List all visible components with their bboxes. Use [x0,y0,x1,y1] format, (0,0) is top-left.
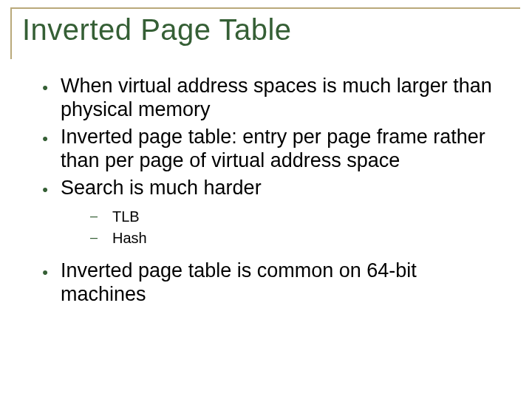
list-item: • Inverted page table is common on 64-bi… [30,259,502,307]
slide-title: Inverted Page Table [22,13,292,47]
frame-left [10,7,12,59]
list-item: – Hash [90,228,502,248]
dash-icon: – [90,207,112,227]
bullet-text: Hash [112,228,147,248]
bullet-icon: • [30,74,61,122]
list-item: • Search is much harder [30,176,502,200]
bullet-text: When virtual address spaces is much larg… [61,74,502,122]
frame-top [10,7,520,9]
list-item: • When virtual address spaces is much la… [30,74,502,122]
bullet-icon: • [30,259,61,307]
dash-icon: – [90,228,112,248]
bullet-text: Inverted page table: entry per page fram… [61,125,502,173]
slide: Inverted Page Table • When virtual addre… [0,0,532,399]
slide-body: • When virtual address spaces is much la… [30,74,502,310]
bullet-text: Inverted page table is common on 64-bit … [61,259,502,307]
bullet-icon: • [30,125,61,173]
bullet-text: Search is much harder [61,176,502,200]
list-item: – TLB [90,207,502,227]
list-item: • Inverted page table: entry per page fr… [30,125,502,173]
bullet-icon: • [30,176,61,200]
bullet-text: TLB [112,207,140,227]
sub-list: – TLB – Hash [90,207,502,248]
